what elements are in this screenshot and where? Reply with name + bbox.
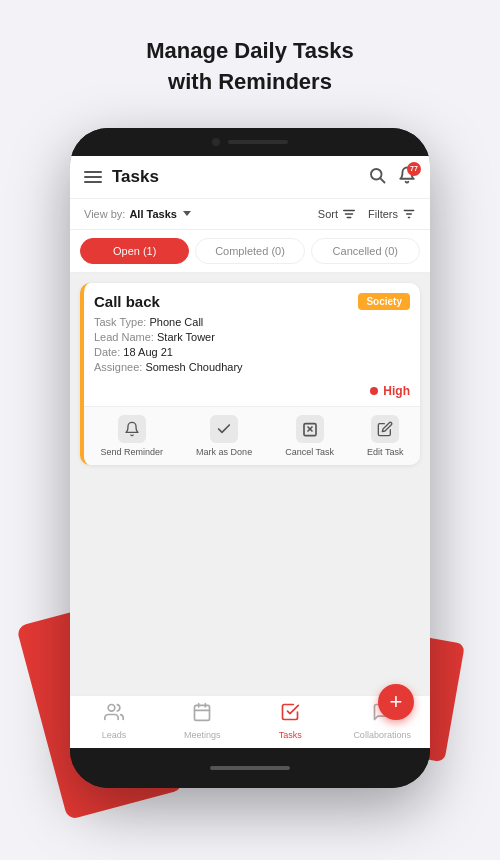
view-by-value: All Tasks bbox=[129, 208, 177, 220]
nav-leads-label: Leads bbox=[102, 730, 127, 740]
task-info: Task Type: Phone Call Lead Name: Stark T… bbox=[84, 316, 420, 384]
svg-line-1 bbox=[380, 178, 384, 182]
mark-done-icon bbox=[210, 415, 238, 443]
send-reminder-label: Send Reminder bbox=[101, 447, 164, 457]
content-area: Call back Society Task Type: Phone Call … bbox=[70, 273, 430, 695]
edit-task-icon bbox=[371, 415, 399, 443]
lead-name-row: Lead Name: Stark Tower bbox=[94, 331, 410, 343]
task-actions: Send Reminder Mark as Done bbox=[84, 406, 420, 465]
filter-bar-right: Sort Filters bbox=[318, 207, 416, 221]
date-label: Date: bbox=[94, 346, 120, 358]
chevron-down-icon bbox=[183, 211, 191, 216]
camera-dot bbox=[212, 138, 220, 146]
lead-name-label: Lead Name: bbox=[94, 331, 154, 343]
cancel-task-icon bbox=[296, 415, 324, 443]
phone-notch bbox=[190, 133, 310, 151]
cancel-task-button[interactable]: Cancel Task bbox=[285, 415, 334, 457]
nav-tasks[interactable]: Tasks bbox=[265, 702, 315, 740]
header-line2: with Reminders bbox=[168, 69, 332, 94]
tab-open[interactable]: Open (1) bbox=[80, 238, 189, 264]
bell-badge: 77 bbox=[407, 162, 421, 176]
task-title: Call back bbox=[94, 293, 160, 310]
task-type-label: Task Type: bbox=[94, 316, 146, 328]
date-row: Date: 18 Aug 21 bbox=[94, 346, 410, 358]
society-badge: Society bbox=[358, 293, 410, 310]
cancel-task-label: Cancel Task bbox=[285, 447, 334, 457]
phone-mockup: Tasks 77 bbox=[70, 128, 430, 788]
phone-screen: Tasks 77 bbox=[70, 156, 430, 748]
task-card-header: Call back Society bbox=[84, 283, 420, 316]
priority-label: High bbox=[383, 384, 410, 398]
nav-collaborations-label: Collaborations bbox=[353, 730, 411, 740]
tasks-icon bbox=[280, 702, 300, 727]
nav-meetings-label: Meetings bbox=[184, 730, 221, 740]
phone-notch-area bbox=[70, 128, 430, 156]
priority-dot bbox=[370, 387, 378, 395]
phone-frame: Tasks 77 bbox=[70, 128, 430, 788]
app-bar-right: 77 bbox=[368, 166, 416, 188]
tab-cancelled[interactable]: Cancelled (0) bbox=[311, 238, 420, 264]
send-reminder-icon bbox=[118, 415, 146, 443]
tab-completed[interactable]: Completed (0) bbox=[195, 238, 304, 264]
fab-add-button[interactable]: + bbox=[378, 684, 414, 720]
hamburger-icon[interactable] bbox=[84, 171, 102, 183]
app-title: Tasks bbox=[112, 167, 159, 187]
tabs-bar: Open (1) Completed (0) Cancelled (0) bbox=[70, 230, 430, 273]
phone-bottom bbox=[70, 748, 430, 788]
header-line1: Manage Daily Tasks bbox=[146, 38, 353, 63]
priority-row: High bbox=[84, 384, 420, 406]
bottom-nav: Leads Meetings bbox=[70, 695, 430, 748]
page-header: Manage Daily Tasks with Reminders bbox=[126, 0, 373, 118]
filter-label: Filters bbox=[368, 208, 398, 220]
edit-task-label: Edit Task bbox=[367, 447, 403, 457]
view-by-label: View by: bbox=[84, 208, 125, 220]
sort-label: Sort bbox=[318, 208, 338, 220]
lead-name-value: Stark Tower bbox=[157, 331, 215, 343]
assignee-row: Assignee: Somesh Choudhary bbox=[94, 361, 410, 373]
search-icon[interactable] bbox=[368, 166, 386, 188]
nav-meetings[interactable]: Meetings bbox=[177, 702, 227, 740]
send-reminder-button[interactable]: Send Reminder bbox=[101, 415, 164, 457]
nav-leads[interactable]: Leads bbox=[89, 702, 139, 740]
svg-point-11 bbox=[108, 704, 115, 711]
task-type-row: Task Type: Phone Call bbox=[94, 316, 410, 328]
sort-button[interactable]: Sort bbox=[318, 207, 356, 221]
assignee-value: Somesh Choudhary bbox=[145, 361, 242, 373]
edit-task-button[interactable]: Edit Task bbox=[367, 415, 403, 457]
app-bar-left: Tasks bbox=[84, 167, 159, 187]
nav-tasks-label: Tasks bbox=[279, 730, 302, 740]
app-bar: Tasks 77 bbox=[70, 156, 430, 199]
svg-rect-12 bbox=[195, 705, 210, 720]
home-indicator bbox=[210, 766, 290, 770]
task-type-value: Phone Call bbox=[149, 316, 203, 328]
leads-icon bbox=[104, 702, 124, 727]
filter-button[interactable]: Filters bbox=[368, 207, 416, 221]
date-value: 18 Aug 21 bbox=[123, 346, 173, 358]
mark-done-label: Mark as Done bbox=[196, 447, 252, 457]
filter-bar: View by: All Tasks Sort Filters bbox=[70, 199, 430, 230]
task-card: Call back Society Task Type: Phone Call … bbox=[80, 283, 420, 465]
view-by-selector[interactable]: View by: All Tasks bbox=[84, 208, 191, 220]
assignee-label: Assignee: bbox=[94, 361, 142, 373]
bell-icon[interactable]: 77 bbox=[398, 166, 416, 188]
meetings-icon bbox=[192, 702, 212, 727]
mark-done-button[interactable]: Mark as Done bbox=[196, 415, 252, 457]
speaker-bar bbox=[228, 140, 288, 144]
